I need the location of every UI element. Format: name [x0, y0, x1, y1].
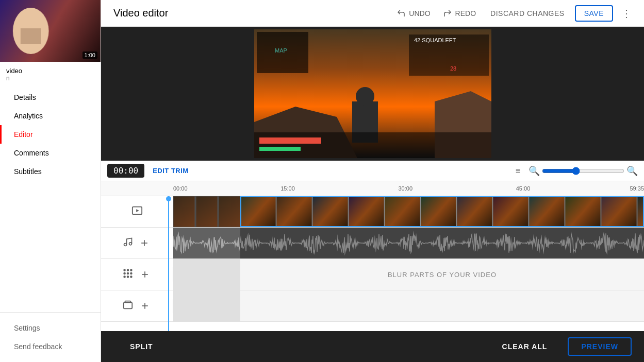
save-button[interactable]: SAVE: [575, 5, 613, 22]
zoom-out-icon[interactable]: 🔍: [529, 165, 540, 177]
timeline-section: 00:00 EDIT TRIM ≡ 🔍 🔍 00:00 15:00 30:00 …: [101, 161, 644, 331]
track-rows-wrapper: BLUR PARTS OF YOUR VIDEO: [101, 196, 644, 331]
ruler-mark-1: 15:00: [280, 185, 295, 192]
zoom-in-icon[interactable]: 🔍: [626, 165, 638, 177]
ruler-mark-0: 00:00: [173, 185, 188, 192]
edit-trim-button[interactable]: EDIT TRIM: [148, 165, 193, 177]
cards-post-placeholder: [240, 290, 644, 321]
sidebar-item-settings[interactable]: Settings: [0, 319, 101, 337]
timeline-toolbar: 00:00 EDIT TRIM ≡ 🔍 🔍: [101, 161, 644, 181]
sidebar-item-details[interactable]: Details: [0, 88, 101, 107]
redo-icon: [443, 9, 452, 18]
svg-point-9: [124, 272, 125, 274]
video-track-controls: [101, 205, 173, 219]
blur-post-placeholder: BLUR PARTS OF YOUR VIDEO: [240, 259, 644, 290]
page-title: Video editor: [109, 7, 388, 19]
blur-track-controls: [101, 267, 173, 282]
add-blur-button[interactable]: [138, 267, 152, 282]
sidebar: 1:00 video n Details Analytics Editor Co…: [0, 0, 101, 362]
video-subtitle: n: [6, 75, 94, 82]
audio-track-controls: [101, 236, 173, 250]
sidebar-nav: Details Analytics Editor Comments Subtit…: [0, 88, 101, 312]
ruler-mark-3: 45:00: [516, 185, 531, 192]
sidebar-item-subtitles[interactable]: Subtitles: [0, 162, 101, 181]
video-info: video n: [0, 62, 101, 84]
video-thumbnail[interactable]: 1:00: [0, 0, 101, 62]
video-track-content: [173, 196, 644, 227]
audio-track-content: [173, 228, 644, 258]
blur-track-icon: [122, 268, 134, 282]
editor-header: Video editor UNDO REDO DISCARD CHANGES S…: [101, 0, 644, 27]
waveform-pre-canvas: [173, 230, 240, 256]
svg-point-12: [124, 276, 125, 278]
undo-icon: [397, 9, 406, 18]
video-pre-playhead: [173, 196, 240, 227]
redo-button[interactable]: REDO: [439, 6, 480, 21]
sidebar-item-comments[interactable]: Comments: [0, 144, 101, 162]
pre-playhead-frames: [173, 196, 240, 227]
preview-button[interactable]: PREVIEW: [568, 337, 632, 356]
svg-point-3: [129, 242, 131, 245]
zoom-controls: 🔍 🔍: [529, 165, 638, 177]
video-preview-area: [101, 27, 644, 161]
svg-point-14: [130, 276, 132, 278]
svg-point-6: [124, 269, 125, 271]
video-track-icon: [131, 205, 143, 219]
svg-point-13: [127, 276, 128, 278]
ruler-marks: 00:00 15:00 30:00 45:00 59:35: [173, 183, 644, 194]
thumbnail-duration: 1:00: [82, 51, 97, 59]
waveform-after-playhead: [240, 228, 644, 258]
ruler-mark-2: 30:00: [399, 185, 413, 192]
cards-track-content: [173, 290, 644, 321]
sidebar-item-editor[interactable]: Editor: [0, 125, 101, 144]
hamburger-icon[interactable]: ≡: [511, 164, 524, 178]
blur-pre-placeholder: [173, 259, 240, 290]
header-controls: UNDO REDO DISCARD CHANGES SAVE ⋮: [392, 5, 636, 22]
svg-marker-1: [136, 209, 139, 212]
video-track-row: [101, 196, 644, 228]
discard-changes-button[interactable]: DISCARD CHANGES: [484, 6, 571, 21]
post-playhead-frames: [240, 196, 644, 227]
blur-track-content: BLUR PARTS OF YOUR VIDEO: [173, 259, 644, 290]
sidebar-item-analytics[interactable]: Analytics: [0, 107, 101, 125]
cards-pre-placeholder: [173, 290, 240, 321]
more-icon: ⋮: [621, 7, 632, 20]
svg-point-10: [127, 272, 128, 274]
zoom-slider[interactable]: [542, 167, 624, 175]
cards-track-controls: [101, 299, 173, 313]
video-frames[interactable]: [240, 196, 644, 227]
main-content: Video editor UNDO REDO DISCARD CHANGES S…: [101, 0, 644, 362]
video-title: video: [6, 67, 94, 75]
timecode-display: 00:00: [107, 164, 144, 178]
add-audio-button[interactable]: [137, 236, 152, 250]
blur-label: BLUR PARTS OF YOUR VIDEO: [388, 271, 497, 279]
sidebar-bottom: Settings Send feedback: [0, 312, 101, 362]
bottom-bar: SPLIT CLEAR ALL PREVIEW: [101, 331, 644, 362]
clear-all-button[interactable]: CLEAR ALL: [490, 338, 560, 355]
cards-track-icon: [122, 299, 134, 313]
cards-track-row: [101, 290, 644, 322]
waveform-before-playhead: [173, 228, 240, 258]
video-preview[interactable]: [254, 29, 491, 158]
svg-rect-17: [123, 302, 132, 308]
waveform-post-canvas: [240, 230, 644, 256]
undo-button[interactable]: UNDO: [392, 6, 434, 21]
split-button[interactable]: SPLIT: [113, 338, 170, 355]
sidebar-item-send-feedback[interactable]: Send feedback: [0, 337, 101, 356]
more-options-button[interactable]: ⋮: [617, 5, 636, 22]
ruler-mark-4: 59:35: [630, 185, 644, 192]
svg-point-2: [124, 243, 126, 246]
svg-point-8: [130, 269, 132, 271]
blur-track-row: BLUR PARTS OF YOUR VIDEO: [101, 259, 644, 290]
timeline-ruler: 00:00 15:00 30:00 45:00 59:35: [101, 181, 644, 196]
audio-track-icon: [123, 237, 133, 250]
audio-track-row: [101, 228, 644, 259]
add-cards-button[interactable]: [138, 299, 152, 313]
svg-rect-18: [125, 301, 130, 302]
svg-point-7: [127, 269, 128, 271]
svg-point-11: [130, 272, 132, 274]
